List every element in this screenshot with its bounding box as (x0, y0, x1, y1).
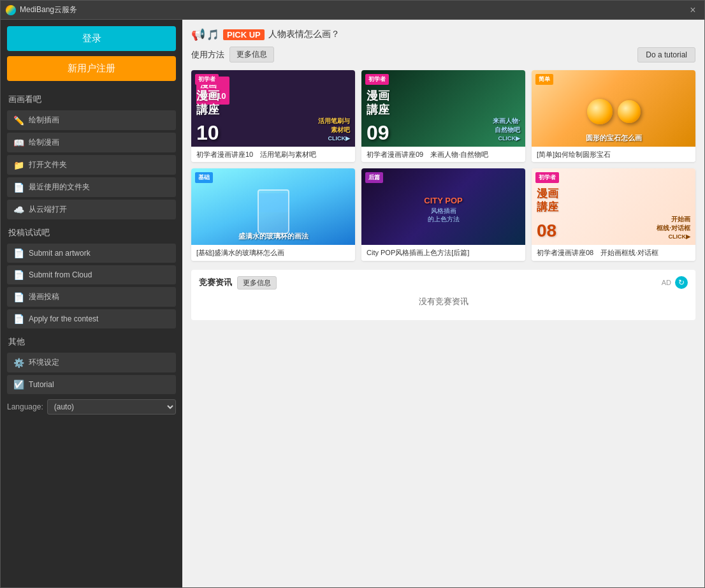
card-2-title-text: 漫画講座 (367, 89, 389, 117)
card-5[interactable]: 后篇 CITY POP 风格插画的上色方法 City POP风格插画上色方法[后… (361, 168, 525, 260)
card-3-bottom-text: 圆形的宝石怎么画 (532, 133, 695, 143)
sidebar-item-recent-folder[interactable]: 📄 最近使用的文件夹 (7, 177, 176, 197)
card-6-title-text: 漫画講座 (537, 187, 558, 214)
submit-artwork-icon: 📄 (13, 248, 24, 258)
sidebar-item-settings[interactable]: ⚙️ 环境设定 (7, 353, 176, 372)
more-info-button[interactable]: 更多信息 (229, 47, 274, 62)
submit-cloud-icon: 📄 (13, 270, 24, 280)
ad-label: AD (662, 279, 671, 286)
sidebar-item-label: Apply for the contest (29, 314, 98, 323)
card-1-title-text: 漫画講座 (196, 89, 219, 117)
sidebar-item-label: Submit an artwork (29, 249, 91, 258)
ad-row: AD ↻ (662, 276, 688, 289)
card-2-num: 09 (367, 122, 389, 143)
language-row: Language: (auto) (7, 399, 176, 415)
contest-section: 竞赛资讯 更多信息 AD ↻ 没有竞赛资讯 (191, 270, 695, 320)
folder-icon: 📁 (13, 160, 24, 170)
music-icon: 🎵 (207, 29, 219, 41)
main-window: MediBang云服务 × 登录 新用户注册 画画看吧 ✏️ 绘制插画 📖 绘制… (0, 0, 705, 588)
window-title: MediBang云服务 (20, 4, 77, 15)
card-4-title: [基础]盛满水的玻璃杯怎么画 (191, 245, 355, 260)
pickup-badge: PICK UP (223, 29, 265, 40)
tutorial-button[interactable]: Do a tutorial (637, 47, 695, 62)
card-1-detail: 活用笔刷与素材吧CLICK▶ (318, 117, 350, 142)
section-submit-header: 投稿试试吧 (7, 224, 176, 241)
manga-submit-icon: 📄 (13, 292, 24, 302)
contest-title: 竞赛资讯 (199, 277, 232, 288)
login-button[interactable]: 登录 (7, 26, 176, 51)
pickup-subtitle: 人物表情怎么画？ (268, 29, 340, 40)
sidebar-item-open-cloud[interactable]: ☁️ 从云端打开 (7, 200, 176, 219)
title-bar: MediBang云服务 × (1, 1, 704, 20)
sidebar-item-submit-cloud[interactable]: 📄 Submit from Cloud (7, 265, 176, 284)
sidebar-item-draw-manga[interactable]: 📖 绘制漫画 (7, 133, 176, 152)
settings-icon: ⚙️ (13, 358, 24, 368)
sidebar-item-label: 从云端打开 (29, 204, 67, 215)
main-content: 📢 🎵 PICK UP 人物表情怎么画？ 使用方法 更多信息 Do a tuto… (182, 20, 704, 587)
card-3[interactable]: 简单 圆形的宝石怎么画 [简单]如何绘制圆形宝石 (532, 70, 695, 162)
card-2-title: 初学者漫画讲座09 来画人物·自然物吧 (361, 147, 525, 162)
card-grid: 初学者 漫画講座 10 活用笔刷与素材吧CLICK▶ 初学者漫画讲座10 活用笔… (191, 70, 695, 261)
sidebar-item-apply-contest[interactable]: 📄 Apply for the contest (7, 309, 176, 328)
card-6[interactable]: 初学者 漫画講座 08 开始画框线·对话框CLICK▶ 初学者漫画讲座08 开始… (532, 168, 695, 260)
nav-row: 使用方法 更多信息 Do a tutorial (191, 47, 695, 62)
sidebar-item-draw-illustration[interactable]: ✏️ 绘制插画 (7, 110, 176, 130)
draw-illustration-icon: ✏️ (13, 115, 24, 126)
card-5-image: 后篇 CITY POP 风格插画的上色方法 (361, 168, 525, 245)
sidebar-item-label: 漫画投稿 (29, 291, 59, 302)
card-3-title: [简单]如何绘制圆形宝石 (532, 147, 695, 162)
close-button[interactable]: × (687, 4, 699, 17)
language-label: Language: (7, 402, 43, 411)
pickup-icons: 📢 🎵 (191, 27, 219, 41)
tutorial-icon: ☑️ (13, 379, 24, 390)
card-6-tag: 初学者 (535, 172, 559, 183)
recent-folder-icon: 📄 (13, 182, 24, 193)
cloud-open-icon: ☁️ (13, 205, 24, 215)
apply-contest-icon: 📄 (13, 314, 24, 324)
pickup-header: 📢 🎵 PICK UP 人物表情怎么画？ (191, 27, 695, 41)
register-button[interactable]: 新用户注册 (7, 56, 176, 81)
sidebar-item-label: Tutorial (29, 380, 54, 389)
card-2-detail: 来画人物·自然物吧CLICK▶ (493, 117, 520, 142)
card-6-image: 初学者 漫画講座 08 开始画框线·对话框CLICK▶ (532, 168, 695, 245)
sidebar-item-label: Submit from Cloud (29, 270, 92, 279)
contest-more-button[interactable]: 更多信息 (237, 276, 277, 290)
card-6-detail: 开始画框线·对话框CLICK▶ (657, 215, 690, 240)
sidebar: 登录 新用户注册 画画看吧 ✏️ 绘制插画 📖 绘制漫画 📁 打开文件夹 📄 最… (1, 20, 182, 587)
card-4-image: 基础 盛满水的玻璃杯的画法 (191, 168, 355, 245)
card-6-title: 初学者漫画讲座08 开始画框线·对话框 (532, 245, 695, 260)
ad-refresh-button[interactable]: ↻ (675, 276, 688, 289)
language-select[interactable]: (auto) (47, 399, 176, 415)
sidebar-item-label: 最近使用的文件夹 (29, 182, 90, 193)
sidebar-item-label: 绘制漫画 (29, 137, 59, 148)
card-2-image: 初学者 漫画講座 09 来画人物·自然物吧CLICK▶ (361, 70, 525, 147)
speaker-icon: 📢 (191, 27, 205, 41)
no-contest-text: 没有竞赛资讯 (199, 290, 688, 314)
card-1[interactable]: 初学者 漫画講座 10 活用笔刷与素材吧CLICK▶ 初学者漫画讲座10 活用笔… (191, 70, 355, 162)
card-3-image: 简单 圆形的宝石怎么画 (532, 70, 695, 147)
sidebar-item-submit-artwork[interactable]: 📄 Submit an artwork (7, 244, 176, 263)
card-1-image: 初学者 漫画講座 10 活用笔刷与素材吧CLICK▶ (191, 70, 355, 147)
card-6-num: 08 (537, 222, 556, 240)
card-2-tag: 初学者 (365, 74, 389, 85)
card-1-num: 10 (196, 122, 219, 143)
title-bar-left: MediBang云服务 (6, 4, 77, 15)
sidebar-item-open-folder[interactable]: 📁 打开文件夹 (7, 155, 176, 175)
sidebar-item-label: 绘制插画 (29, 115, 59, 126)
draw-manga-icon: 📖 (13, 138, 24, 148)
content-area: 登录 新用户注册 画画看吧 ✏️ 绘制插画 📖 绘制漫画 📁 打开文件夹 📄 最… (1, 20, 704, 587)
card-2[interactable]: 初学者 漫画講座 09 来画人物·自然物吧CLICK▶ 初学者漫画讲座09 来画… (361, 70, 525, 162)
nav-left: 使用方法 更多信息 (191, 47, 274, 62)
card-4-bottom-text: 盛满水的玻璃杯的画法 (191, 232, 355, 241)
card-5-content: CITY POP 风格插画的上色方法 (361, 168, 525, 245)
card-1-tag: 初学者 (195, 74, 219, 85)
app-icon (6, 5, 16, 15)
contest-header-row: 竞赛资讯 更多信息 AD ↻ (199, 276, 688, 290)
sidebar-item-manga-submit[interactable]: 📄 漫画投稿 (7, 287, 176, 307)
usage-label: 使用方法 (191, 49, 224, 61)
sidebar-item-label: 打开文件夹 (29, 159, 67, 170)
sidebar-item-label: 环境设定 (29, 357, 59, 368)
section-other-header: 其他 (7, 334, 176, 350)
card-4[interactable]: 基础 盛满水的玻璃杯的画法 [基础]盛满水的玻璃杯怎么画 (191, 168, 355, 260)
sidebar-item-tutorial[interactable]: ☑️ Tutorial (7, 375, 176, 394)
